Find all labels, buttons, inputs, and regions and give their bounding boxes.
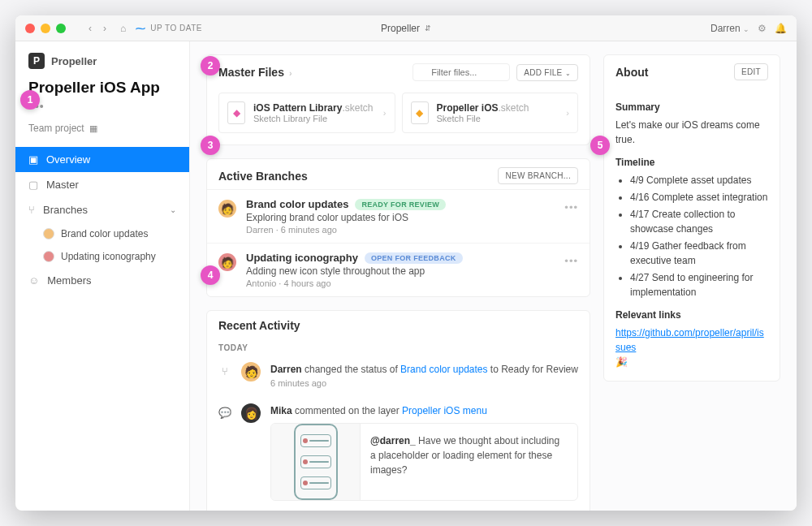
master-files-heading: Master Files› [218,66,292,79]
title-dropdown-icon[interactable]: ⇵ [425,24,431,32]
more-icon[interactable]: ••• [564,201,578,213]
chevron-down-icon: ⌄ [170,205,176,214]
activity-row: 💬 👩 Mika commented on the layer Propelle… [207,397,590,511]
brand-label: Propeller [51,55,97,67]
callout-badge-4: 4 [201,265,220,285]
comment-box[interactable]: @darren_ Have we thought about including… [270,423,578,501]
edit-about-button[interactable]: EDIT [734,63,768,80]
chevron-right-icon: › [289,68,292,78]
active-branches-card: Active Branches NEW BRANCH... 🧑 Brand co… [206,158,590,297]
file-type: Sketch Library File [253,114,373,123]
timeline-item: 4/17 Create collection to showcase chang… [630,207,768,236]
callout-badge-5: 5 [590,136,610,155]
sidebar-item-label: Brand color updates [61,228,148,239]
project-subtitle: Team project ▦ [15,119,189,147]
brand-logo: P [28,53,45,69]
activity-date-label: TODAY [207,337,590,356]
sidebar-branch-item-1[interactable]: Updating iconography [15,245,189,268]
file-name: Propeller iOS.sketch [437,102,529,114]
settings-icon[interactable]: ⚙ [758,23,767,34]
window-minimize[interactable] [41,24,50,33]
branch-desc: Exploring brand color updates for iOS [246,212,578,223]
nav-members[interactable]: ☺ Members [15,268,189,293]
project-more-icon[interactable]: ••• [15,100,189,119]
team-icon: ▦ [89,123,97,134]
avatar: 👩 [241,403,261,423]
nav-branches-label: Branches [43,204,88,216]
timeline-list: 4/9 Complete asset updates 4/16 Complete… [615,173,768,300]
overview-icon: ▣ [28,153,38,166]
sync-status: UP TO DATE [150,24,202,32]
sketch-file-icon: ◆ [411,101,429,124]
file-card[interactable]: ◆ iOS Pattern Library.sketch Sketch Libr… [218,93,395,133]
status-tag: OPEN FOR FEEDBACK [365,252,463,264]
avatar-icon [43,228,54,239]
more-icon[interactable]: ••• [564,255,578,267]
sidebar: P Propeller Propeller iOS App ••• Team p… [15,41,190,511]
branches-icon: ⑂ [28,204,35,216]
comment-icon: 💬 [218,407,231,419]
activity-link[interactable]: Propeller iOS menu [402,405,487,416]
branch-desc: Adding new icon style throughout the app [246,265,578,277]
nav-back[interactable]: ‹ [83,23,97,34]
window-title[interactable]: Propeller [381,23,420,34]
activity-link[interactable]: Brand color updates [400,364,487,375]
sidebar-item-label: Updating iconography [61,251,156,262]
window-close[interactable] [25,24,35,33]
project-title: Propeller iOS App [15,77,189,100]
comment-body: @darren_ Have we thought about including… [361,424,577,500]
master-files-card: Master Files› ADD FILE ⌄ ◆ iOS Pa [206,54,590,145]
callout-badge-2: 2 [201,56,220,75]
summary-text: Let's make our iOS dreams come true. [615,118,768,147]
branch-row[interactable]: 🧑 Updating iconography OPEN FOR FEEDBACK… [207,243,590,296]
nav-master[interactable]: ▢ Master [15,172,189,197]
nav-members-label: Members [47,274,91,287]
relevant-link[interactable]: https://github.com/propeller/april/issue… [615,327,764,353]
comment-thumbnail [271,424,361,500]
status-tag: READY FOR REVIEW [355,199,446,210]
master-icon: ▢ [28,179,38,191]
file-name: iOS Pattern Library.sketch [253,102,373,114]
new-branch-button[interactable]: NEW BRANCH... [498,167,578,184]
timeline-item: 4/16 Complete asset integration [630,190,768,205]
nav-forward[interactable]: › [97,23,112,34]
filter-files-input[interactable] [412,63,510,81]
avatar: 🧑 [241,362,261,382]
avatar: 🧑 [218,253,236,271]
summary-label: Summary [615,100,768,114]
chevron-right-icon: › [383,108,387,118]
sidebar-branch-item-0[interactable]: Brand color updates [15,222,189,245]
user-menu[interactable]: Darren ⌄ [710,23,749,34]
add-file-button[interactable]: ADD FILE ⌄ [516,64,578,81]
notifications-icon[interactable]: 🔔 [775,23,787,34]
window-zoom[interactable] [56,24,66,33]
comment-meta: 4 hours ago · Brand color updates › ◇ c9… [207,511,590,511]
recent-activity-heading: Recent Activity [218,319,300,332]
timeline-item: 4/19 Gather feedback from executive team [630,239,768,268]
branch-meta: Darren · 6 minutes ago [246,225,578,235]
sketch-file-icon: ◆ [227,101,245,124]
about-heading: About [615,66,648,79]
callout-badge-1: 1 [20,90,40,110]
chevron-right-icon: › [566,108,569,118]
titlebar: ‹ › ⌂ ⁓ UP TO DATE Propeller ⇵ Darren ⌄ … [15,15,797,41]
nav-overview[interactable]: ▣ Overview [15,147,189,172]
activity-time: 6 minutes ago [270,377,578,390]
about-emoji: 🎉 [615,355,768,369]
members-icon: ☺ [28,274,39,287]
nav-branches[interactable]: ⑂ Branches ⌄ [15,197,189,222]
branch-meta: Antonio · 4 hours ago [246,278,578,288]
timeline-item: 4/27 Send to engineering for implementat… [630,270,768,300]
timeline-item: 4/9 Complete asset updates [630,173,768,188]
activity-text: Darren changed the status of Brand color… [270,364,578,375]
brand[interactable]: P Propeller [15,53,189,77]
about-card: About EDIT Summary Let's make our iOS dr… [603,54,780,382]
activity-text: Mika commented on the layer Propeller iO… [270,405,487,416]
recent-activity-card: Recent Activity TODAY ⑂ 🧑 Darren changed… [206,310,590,511]
avatar-icon [43,251,54,262]
branch-row[interactable]: 🧑 Brand color updates READY FOR REVIEW E… [207,189,590,243]
home-icon[interactable]: ⌂ [120,23,126,34]
nav-master-label: Master [46,179,79,191]
branch-title: Brand color updates [246,198,348,210]
file-card[interactable]: ◆ Propeller iOS.sketch Sketch File › [402,93,579,133]
